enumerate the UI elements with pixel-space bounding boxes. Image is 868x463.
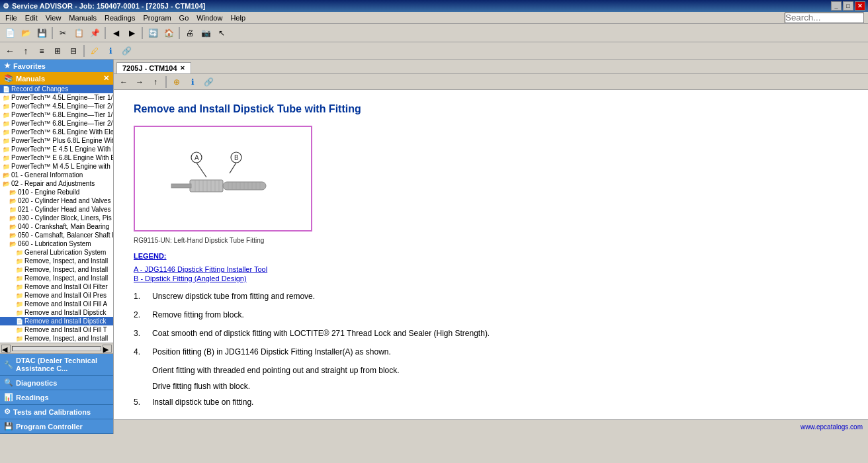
menu-manuals[interactable]: Manuals	[65, 13, 101, 23]
scroll-right-btn[interactable]: ▶	[103, 345, 112, 353]
tree-remove-4[interactable]: 📁 Remove, Inspect, and Install	[0, 334, 113, 343]
tree-item-label: Remove, Inspect, and Install	[24, 274, 108, 282]
tb2-up[interactable]: ↑	[19, 44, 33, 58]
ct-back[interactable]: ←	[116, 75, 131, 89]
tree-remove-3[interactable]: 📁 Remove, Inspect, and Install	[0, 274, 113, 282]
tree-020[interactable]: 📂 020 - Cylinder Head and Valves	[0, 196, 113, 205]
sub-step-4a: Orient fitting with threaded end pointin…	[152, 364, 848, 376]
refresh-button[interactable]: 🔄	[146, 26, 160, 40]
ct-fwd[interactable]: →	[132, 75, 147, 89]
new-button[interactable]: 📄	[3, 26, 17, 40]
tb2-back[interactable]: ←	[3, 44, 17, 58]
cut-button[interactable]: ✂	[56, 26, 70, 40]
scroll-left-btn[interactable]: ◀	[1, 345, 11, 353]
tree-item-label: Remove and Install Oil Filter	[24, 283, 108, 290]
menu-help[interactable]: Help	[226, 13, 249, 23]
screenshot-button[interactable]: 📷	[198, 26, 213, 40]
legend-header[interactable]: LEGEND:	[134, 252, 848, 260]
open-button[interactable]: 📂	[19, 26, 33, 40]
tb2-highlight[interactable]: 🖊	[87, 44, 102, 58]
tree-remove-2[interactable]: 📁 Remove, Inspect, and Install	[0, 265, 113, 274]
menu-go[interactable]: Go	[175, 13, 193, 23]
step-4: 4. Position fitting (B) in JDG1146 Dipst…	[134, 346, 848, 358]
tree-powertech-m45[interactable]: 📁 PowerTech™ M 4.5 L Engine with	[0, 162, 113, 171]
back-button[interactable]: ◀	[108, 26, 123, 40]
tree-powertech-45-t1[interactable]: 📁 PowerTech™ 4.5L Engine—Tier 1/	[0, 93, 113, 102]
tb2-expand[interactable]: ⊞	[50, 44, 65, 58]
step-text-5: Install dipstick tube on fitting.	[152, 396, 848, 408]
sidebar-scrollbar[interactable]: ◀ ▶	[0, 343, 113, 353]
tree-01-general[interactable]: 📂 01 - General Information	[0, 171, 113, 179]
tb2-list[interactable]: ≡	[34, 44, 49, 58]
tree-060[interactable]: 📂 060 - Lubrication System	[0, 239, 113, 248]
menu-readings[interactable]: Readings	[101, 13, 139, 23]
tree-powertech-68-t2[interactable]: 📁 PowerTech™ 6.8L Engine—Tier 2/S	[0, 119, 113, 128]
main-layout: ★ Favorites 📚 Manuals ✕ 📄 Record of Chan…	[0, 60, 868, 434]
tree-oil-fill-t[interactable]: 📁 Remove and Install Oil Fill T	[0, 325, 113, 334]
tree-powertech-45-t2[interactable]: 📁 PowerTech™ 4.5L Engine—Tier 2/	[0, 102, 113, 110]
tree-record-of-changes[interactable]: 📄 Record of Changes	[0, 85, 113, 93]
close-button[interactable]: ✕	[855, 1, 865, 11]
tab-close-icon[interactable]: ✕	[180, 65, 185, 71]
close-sidebar-icon[interactable]: ✕	[103, 74, 109, 83]
home-button[interactable]: 🏠	[161, 26, 176, 40]
tree-02-repair[interactable]: 📂 02 - Repair and Adjustments	[0, 179, 113, 188]
tree-oil-fill-a[interactable]: 📁 Remove and Install Oil Fill A	[0, 300, 113, 308]
save-button[interactable]: 💾	[34, 26, 49, 40]
tree-oil-filter[interactable]: 📁 Remove and Install Oil Filter	[0, 282, 113, 291]
menu-window[interactable]: Window	[193, 13, 226, 23]
tb2-link[interactable]: 🔗	[119, 44, 134, 58]
minimize-button[interactable]: _	[831, 1, 842, 11]
tb2-info[interactable]: ℹ	[103, 44, 118, 58]
restore-button[interactable]: □	[843, 1, 853, 11]
tree-gen-lub[interactable]: 📁 General Lubrication System	[0, 248, 113, 257]
ct-up[interactable]: ↑	[148, 75, 163, 89]
folder-icon: 📁	[3, 138, 10, 144]
cursor-button[interactable]: ↖	[214, 26, 229, 40]
menu-program[interactable]: Program	[139, 13, 175, 23]
menu-edit[interactable]: Edit	[21, 13, 42, 23]
tree-oil-pres[interactable]: 📁 Remove and Install Oil Pres	[0, 291, 113, 300]
tb2-collapse[interactable]: ⊟	[66, 44, 81, 58]
program-section[interactable]: 💾 Program Controller	[0, 419, 113, 434]
tree-powertech-68-t1[interactable]: 📁 PowerTech™ 6.8L Engine—Tier 1/	[0, 110, 113, 119]
tree-item-label: Remove and Install Oil Fill T	[24, 326, 107, 333]
tree-powertech-plus-68[interactable]: 📁 PowerTech™ Plus 6.8L Engine Wit	[0, 136, 113, 145]
ct-toc[interactable]: ⊕	[169, 75, 184, 89]
ct-link[interactable]: 🔗	[201, 75, 216, 89]
tree-050[interactable]: 📂 050 - Camshaft, Balancer Shaft E	[0, 231, 113, 239]
scroll-track[interactable]	[12, 346, 101, 351]
svg-rect-14	[223, 182, 266, 190]
diagnostics-section[interactable]: 🔍 Diagnostics	[0, 376, 113, 390]
menu-file[interactable]: File	[1, 13, 21, 23]
tree-remove-1[interactable]: 📁 Remove, Inspect, and Install	[0, 257, 113, 265]
tests-section[interactable]: ⚙ Tests and Calibrations	[0, 405, 113, 419]
tb2-sep	[83, 45, 85, 57]
ct-info[interactable]: ℹ	[185, 75, 200, 89]
tree-010[interactable]: 📂 010 - Engine Rebuild	[0, 188, 113, 196]
legend-item-b[interactable]: B - Dipstick Fitting (Angled Design)	[134, 274, 848, 282]
tree-030[interactable]: 📂 030 - Cylinder Block, Liners, Pis	[0, 214, 113, 222]
folder-icon: 📁	[3, 103, 10, 110]
step-5: 5. Install dipstick tube on fitting.	[134, 396, 848, 408]
copy-button[interactable]: 📋	[71, 26, 86, 40]
tree-powertech-e45[interactable]: 📁 PowerTech™ E 4.5 L Engine With E	[0, 145, 113, 153]
tree-powertech-68-elec[interactable]: 📁 PowerTech™ 6.8L Engine With Ele	[0, 128, 113, 136]
main-tab[interactable]: 7205J - CTM104 ✕	[116, 62, 191, 73]
legend-item-a[interactable]: A - JDG1146 Dipstick Fitting Installer T…	[134, 265, 848, 273]
manuals-section[interactable]: 📚 Manuals ✕	[0, 72, 113, 85]
dtac-section[interactable]: 🔧 DTAC (Dealer Technical Assistance C...	[0, 354, 113, 376]
search-input[interactable]	[785, 13, 864, 23]
favorites-section[interactable]: ★ Favorites	[0, 60, 113, 72]
print-button[interactable]: 🖨	[183, 26, 197, 40]
tree-dipstick-2[interactable]: 📄 Remove and Install Dipstick	[0, 317, 113, 325]
paste-button[interactable]: 📌	[87, 26, 102, 40]
tree-021[interactable]: 📁 021 - Cylinder Head and Valves	[0, 205, 113, 214]
folder-icon: 📁	[16, 258, 23, 265]
forward-button[interactable]: ▶	[124, 26, 139, 40]
menu-view[interactable]: View	[42, 13, 65, 23]
tree-dipstick-1[interactable]: 📁 Remove and Install Dipstick	[0, 308, 113, 317]
readings-section[interactable]: 📊 Readings	[0, 390, 113, 405]
tree-powertech-e68[interactable]: 📁 PowerTech™ E 6.8L Engine With E	[0, 153, 113, 162]
tree-040[interactable]: 📂 040 - Crankshaft, Main Bearing	[0, 222, 113, 231]
